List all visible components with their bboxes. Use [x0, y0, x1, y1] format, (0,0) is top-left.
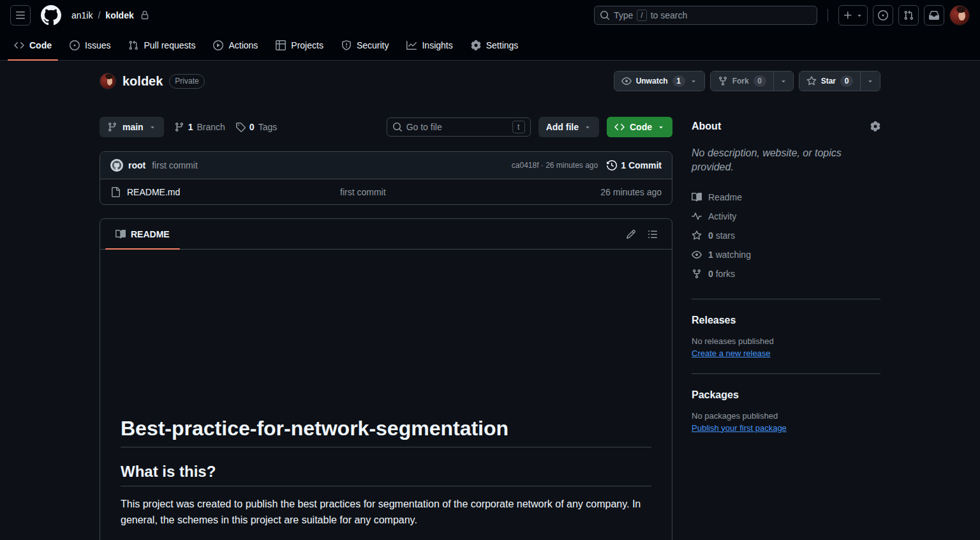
releases-empty-text: No releases published — [692, 336, 880, 346]
branches-link[interactable]: 1 Branch — [174, 122, 225, 132]
pulse-icon — [692, 211, 702, 221]
hamburger-icon — [15, 10, 26, 20]
add-file-button[interactable]: Add file — [538, 117, 599, 137]
tab-insights[interactable]: Insights — [400, 31, 459, 60]
chevron-down-icon — [657, 123, 665, 131]
tab-projects[interactable]: Projects — [269, 31, 330, 60]
readme-h1: Best-practice-for-network-segmentation — [121, 417, 651, 447]
file-commit-message[interactable]: first commit — [340, 187, 600, 197]
chevron-down-icon — [149, 123, 156, 131]
commit-author-avatar[interactable] — [110, 159, 123, 172]
go-to-file-input[interactable] — [406, 122, 509, 132]
repo-owner-avatar[interactable] — [100, 73, 116, 89]
go-to-file-key-hint: t — [512, 121, 525, 133]
shield-icon — [341, 40, 352, 50]
packages-section: Packages No packages published Publish y… — [692, 373, 880, 448]
fork-label: Fork — [732, 77, 749, 86]
readme-paragraph: This project was created to publish the … — [121, 497, 651, 529]
forks-count: 0 — [708, 269, 713, 279]
pull-requests-dashboard-button[interactable] — [898, 5, 919, 26]
unwatch-button[interactable]: Unwatch 1 — [614, 71, 704, 91]
add-file-label: Add file — [546, 122, 579, 132]
about-item-label: Activity — [708, 211, 736, 221]
repo-forked-icon — [718, 76, 728, 86]
about-description: No description, website, or topics provi… — [692, 146, 880, 175]
commit-author[interactable]: root — [128, 160, 145, 170]
sidebar: About No description, website, or topics… — [692, 117, 880, 540]
watch-button-group: Unwatch 1 — [614, 71, 705, 91]
edit-readme-button[interactable] — [626, 229, 636, 239]
github-logo-icon[interactable] — [41, 5, 61, 26]
repo-title[interactable]: koldek — [122, 74, 163, 89]
lock-icon — [140, 11, 149, 20]
tab-security[interactable]: Security — [335, 31, 396, 60]
list-item-forks[interactable]: 0 forks — [692, 264, 880, 283]
star-dropdown-button[interactable] — [860, 71, 880, 91]
breadcrumb-repo[interactable]: koldek — [105, 10, 133, 20]
watch-count: 1 — [672, 75, 685, 87]
star-button-group: Star 0 — [799, 71, 880, 91]
tab-code[interactable]: Code — [8, 31, 58, 60]
edit-about-button[interactable] — [870, 121, 880, 131]
user-avatar[interactable] — [949, 5, 970, 26]
branch-selector-button[interactable]: main — [100, 117, 164, 137]
search-icon — [392, 122, 403, 132]
star-count: 0 — [840, 75, 853, 87]
repo-owner-avatar-image — [100, 73, 115, 89]
tags-label: Tags — [258, 122, 278, 132]
commit-sha-and-time[interactable]: ca0418f · 26 minutes ago — [512, 161, 598, 170]
about-item-label: watching — [716, 250, 751, 260]
repo-nav: Code Issues Pull requests Actions Projec… — [0, 31, 980, 61]
search-icon — [600, 10, 610, 20]
tab-label: Projects — [291, 40, 323, 50]
code-button-label: Code — [630, 122, 652, 132]
chevron-down-icon — [584, 123, 591, 131]
packages-title: Packages — [692, 389, 880, 401]
file-commit-age[interactable]: 26 minutes ago — [600, 187, 662, 197]
inbox-button[interactable] — [924, 5, 944, 26]
git-branch-icon — [174, 122, 184, 132]
git-branch-icon — [107, 122, 117, 132]
tab-settings[interactable]: Settings — [464, 31, 525, 60]
create-new-button[interactable] — [838, 5, 868, 26]
tags-link[interactable]: 0 Tags — [235, 122, 277, 132]
star-button[interactable]: Star 0 — [799, 71, 860, 91]
code-download-button[interactable]: Code — [607, 117, 672, 137]
tags-count: 0 — [249, 122, 255, 132]
stars-count: 0 — [708, 230, 713, 241]
fork-dropdown-button[interactable] — [773, 71, 793, 91]
list-item-stars[interactable]: 0 stars — [692, 226, 880, 245]
star-label: Star — [821, 77, 836, 86]
git-pull-request-icon — [128, 40, 138, 50]
file-name-cell[interactable]: README.md — [110, 187, 340, 197]
tab-actions[interactable]: Actions — [207, 31, 264, 60]
about-list: Readme Activity 0 stars 1 watching — [692, 188, 880, 283]
list-item-activity[interactable]: Activity — [692, 207, 880, 226]
list-item-watching[interactable]: 1 watching — [692, 245, 880, 264]
issues-dashboard-button[interactable] — [873, 5, 893, 26]
breadcrumb-owner[interactable]: an1ik — [71, 10, 93, 20]
about-title: About — [692, 121, 721, 132]
publish-package-link[interactable]: Publish your first package — [692, 423, 787, 433]
tab-issues[interactable]: Issues — [63, 31, 117, 60]
star-icon — [806, 76, 817, 86]
tab-readme[interactable]: README — [105, 219, 180, 249]
about-section: About No description, website, or topics… — [692, 121, 880, 299]
readme-body: Best-practice-for-network-segmentation W… — [100, 250, 672, 540]
fork-button[interactable]: Fork 0 — [711, 71, 773, 91]
list-item-readme[interactable]: Readme — [692, 188, 880, 207]
hamburger-menu-button[interactable] — [10, 5, 31, 26]
readme-tab-label: README — [131, 229, 170, 239]
tab-label: Insights — [422, 40, 452, 50]
commit-history-link[interactable]: 1 Commit — [607, 160, 662, 170]
commit-message[interactable]: first commit — [152, 160, 198, 170]
about-item-text: 0 forks — [708, 269, 735, 279]
table-row: README.md first commit 26 minutes ago — [100, 179, 672, 204]
tab-pull-requests[interactable]: Pull requests — [122, 31, 202, 60]
outline-button[interactable] — [648, 229, 658, 239]
global-search-input[interactable]: Type / to search — [594, 6, 817, 25]
create-release-link[interactable]: Create a new release — [692, 349, 771, 358]
tab-label: Security — [357, 40, 389, 50]
code-toolbar: main 1 Branch 0 Tags — [100, 117, 672, 137]
global-header: an1ik / koldek Type / to search — [0, 0, 980, 31]
